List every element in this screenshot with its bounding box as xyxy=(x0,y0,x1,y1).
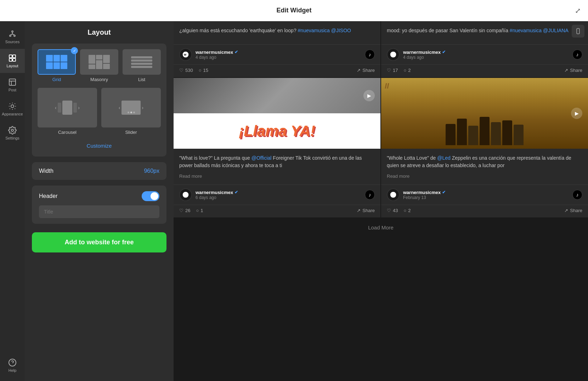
sidebar-item-settings[interactable]: Settings xyxy=(0,121,25,145)
svg-text:W: W xyxy=(184,53,187,56)
card-1-author-name: warnermusicmex ✔ xyxy=(196,50,238,55)
add-to-website-button[interactable]: Add to website for free xyxy=(32,232,166,252)
card-4-time: February 13 xyxy=(403,195,446,200)
card-3-author-name: warnermusicmex ✔ xyxy=(196,190,238,195)
header-label: Header xyxy=(39,193,57,199)
layout-panel: Layout ✓ Grid xyxy=(25,21,174,381)
card-3-image: ¡Llama YA! ▶ xyxy=(174,78,380,149)
svg-point-13 xyxy=(11,105,14,108)
card-4-mention[interactable]: @Led xyxy=(437,155,451,161)
card-4-share[interactable]: ↗ Share xyxy=(564,208,582,213)
carousel-icon: ‹ › xyxy=(55,101,80,115)
card-1-stats: ♡ 530 ○ 15 ↗ Share xyxy=(174,64,380,77)
card-2-mention1[interactable]: @JULIANA xyxy=(543,28,569,33)
cards-grid: ¿alguien más está escuchando 'earthquake… xyxy=(174,21,588,217)
card-1-hashtag1[interactable]: #nuevamusica xyxy=(298,28,330,33)
card-1: ¿alguien más está escuchando 'earthquake… xyxy=(174,21,380,77)
layout-option-masonry[interactable]: Masonry xyxy=(80,49,118,82)
card-4: II ▶ "Whole Lotta Love" de @Led Zeppelin… xyxy=(381,78,588,217)
card-3-time: 6 days ago xyxy=(196,195,238,200)
layout-option-carousel[interactable]: ‹ › Carousel xyxy=(38,88,97,135)
header-section: Header xyxy=(32,186,166,224)
header-toggle[interactable] xyxy=(142,191,159,201)
card-2-verified: ✔ xyxy=(442,50,446,55)
card-3-comments: ○ 1 xyxy=(196,208,203,213)
width-section: Width 960px xyxy=(32,162,166,180)
layout-label: Layout xyxy=(6,64,18,68)
customize-link[interactable]: Customize xyxy=(38,141,161,151)
card-3-share[interactable]: ↗ Share xyxy=(357,208,375,213)
card-1-share[interactable]: ↗ Share xyxy=(357,68,375,73)
card-2-share[interactable]: ↗ Share xyxy=(564,68,582,73)
card-2-avatar xyxy=(387,48,400,61)
card-4-text: "Whole Lotta Love" de @Led Zeppelin es u… xyxy=(387,154,582,169)
card-1-comments: ○ 15 xyxy=(199,68,208,73)
card-2-text: mood: yo después de pasar San Valentín s… xyxy=(387,27,582,34)
card-4-comments: ○ 2 xyxy=(403,208,411,213)
card-3-mention[interactable]: @Official xyxy=(251,155,272,161)
svg-rect-6 xyxy=(9,55,12,58)
card-3-footer: warnermusicmex ✔ 6 days ago ♪ xyxy=(174,184,380,205)
carousel-option-box[interactable]: ‹ › xyxy=(38,88,97,127)
title-input[interactable] xyxy=(39,205,159,218)
card-1-text-section: ¿alguien más está escuchando 'earthquake… xyxy=(174,21,380,44)
card-4-stats: ♡ 43 ○ 2 ↗ Share xyxy=(381,205,588,217)
masonry-option-box[interactable] xyxy=(80,49,118,75)
card-1-mention1[interactable]: @JISOO xyxy=(331,28,351,33)
help-label: Help xyxy=(9,368,17,373)
card-4-read-more[interactable]: Read more xyxy=(387,174,582,179)
masonry-icon xyxy=(89,55,110,69)
card-1-footer: W warnermusicmex ✔ 4 days ago ♪ xyxy=(174,44,380,64)
list-icon xyxy=(131,55,152,69)
width-value[interactable]: 960px xyxy=(144,168,159,174)
load-more-button[interactable]: Load More xyxy=(368,224,394,231)
svg-line-4 xyxy=(10,34,12,35)
svg-rect-10 xyxy=(9,79,16,85)
svg-point-21 xyxy=(390,52,396,58)
grid-option-box[interactable]: ✓ xyxy=(38,49,76,75)
sidebar-item-sources[interactable]: Sources xyxy=(0,25,25,49)
card-3-read-more[interactable]: Read more xyxy=(179,174,375,179)
expand-icon[interactable]: ⤢ xyxy=(575,6,581,15)
card-3-text-section: "What is love?" La pregunta que @Officia… xyxy=(174,149,380,184)
sources-label: Sources xyxy=(5,40,19,44)
page-title: Edit Widget xyxy=(277,7,312,14)
appearance-label: Appearance xyxy=(2,112,23,116)
toggle-knob xyxy=(151,192,158,200)
card-3-tiktok: ♪ xyxy=(365,190,375,200)
svg-point-0 xyxy=(12,31,13,32)
slider-label: Slider xyxy=(125,130,137,135)
layout-option-grid[interactable]: ✓ Grid xyxy=(38,49,76,82)
card-4-play-btn[interactable]: ▶ xyxy=(571,108,582,119)
card-3-play-btn[interactable]: ▶ xyxy=(363,90,375,101)
card-4-author-name: warnermusicmex ✔ xyxy=(403,190,446,195)
card-4-likes: ♡ 43 xyxy=(387,208,398,213)
sidebar-item-help[interactable]: Help xyxy=(0,353,25,377)
card-1-likes: ♡ 530 xyxy=(179,68,193,73)
card-2-author-name: warnermusicmex ✔ xyxy=(403,50,446,55)
sidebar-item-layout[interactable]: Layout xyxy=(0,49,25,73)
card-1-author-info: warnermusicmex ✔ 4 days ago xyxy=(196,50,238,60)
svg-rect-8 xyxy=(9,58,12,61)
card-2-tiktok: ♪ xyxy=(572,50,582,59)
card-3-text: "What is love?" La pregunta que @Officia… xyxy=(179,154,375,169)
card-1-time: 4 days ago xyxy=(196,55,238,60)
svg-rect-7 xyxy=(13,55,16,58)
card-2-hashtag1[interactable]: #nuevamusica xyxy=(510,28,542,33)
card-2: mood: yo después de pasar San Valentín s… xyxy=(381,21,588,77)
card-4-verified: ✔ xyxy=(442,190,446,195)
header-toggle-row: Header xyxy=(39,191,159,201)
card-1-avatar: W xyxy=(179,48,192,61)
layout-option-list[interactable]: List xyxy=(123,49,161,82)
mobile-preview-icon[interactable] xyxy=(572,25,584,38)
sidebar-item-post[interactable]: Post xyxy=(0,73,25,97)
main-layout: Sources Layout Post Appearance Settings … xyxy=(0,21,588,381)
grid-label: Grid xyxy=(52,77,61,82)
post-label: Post xyxy=(9,88,16,92)
layout-options-section: ✓ Grid xyxy=(32,44,166,157)
sidebar-item-appearance[interactable]: Appearance xyxy=(0,97,25,121)
icon-sidebar: Sources Layout Post Appearance Settings … xyxy=(0,21,25,381)
list-option-box[interactable] xyxy=(123,49,161,75)
layout-option-slider[interactable]: ‹ › Slider xyxy=(101,88,161,135)
slider-option-box[interactable]: ‹ › xyxy=(101,88,161,127)
